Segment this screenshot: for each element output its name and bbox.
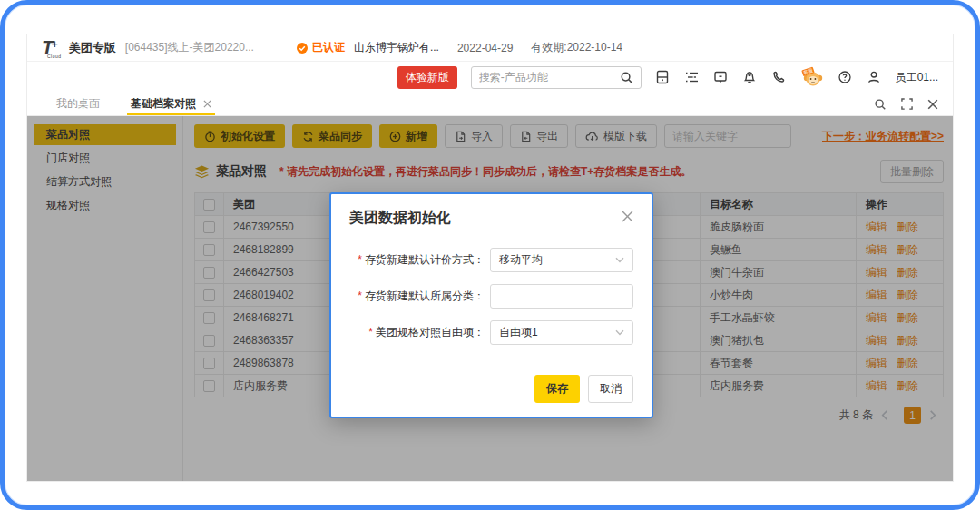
tab-search-icon[interactable] <box>874 98 887 111</box>
pricing-method-label: *存货新建默认计价方式： <box>358 252 485 268</box>
certified-badge: 已认证 <box>296 40 345 55</box>
pricing-method-value: 移动平均 <box>499 252 543 268</box>
account-code: [064435]线上-美团20220... <box>125 40 254 55</box>
free-item-label: *美团规格对照自由项： <box>368 325 485 340</box>
validity-date: 有效期:2022-10-14 <box>531 40 622 55</box>
task-list-icon[interactable] <box>684 70 700 85</box>
close-tabs-icon[interactable] <box>927 99 938 110</box>
required-asterisk: * <box>368 326 373 338</box>
tab-close-icon[interactable] <box>203 100 211 108</box>
top-bar: T+ Cloud 美团专版 [064435]线上-美团20220... 已认证 … <box>27 34 953 62</box>
dialog-title: 美团数据初始化 <box>349 209 451 228</box>
app-window: T+ Cloud 美团专版 [064435]线上-美团20220... 已认证 … <box>27 34 953 481</box>
apps-panel-icon[interactable] <box>655 70 671 85</box>
message-icon[interactable] <box>713 70 729 85</box>
cancel-button[interactable]: 取消 <box>588 375 633 403</box>
search-icon[interactable] <box>620 71 633 84</box>
help-icon[interactable] <box>838 70 853 85</box>
tab-tools <box>874 93 938 115</box>
tab-bar: 我的桌面 基础档案对照 <box>27 93 953 116</box>
meituan-init-dialog: 美团数据初始化 *存货新建默认计价方式： 移动平均 *存货新建默认所属分类： <box>329 192 653 418</box>
phone-icon[interactable] <box>771 70 787 85</box>
try-new-version-button[interactable]: 体验新版 <box>397 66 457 89</box>
default-category-label: *存货新建默认所属分类： <box>358 289 485 304</box>
notification-bell-icon[interactable] <box>742 70 758 85</box>
required-asterisk: * <box>358 253 362 266</box>
customer-service-mascot[interactable]: 客服 <box>800 66 824 88</box>
cert-date: 2022-04-29 <box>457 42 513 54</box>
certified-label: 已认证 <box>312 40 345 55</box>
save-button[interactable]: 保存 <box>534 375 580 403</box>
search-input[interactable] <box>479 71 614 83</box>
required-asterisk: * <box>358 289 362 302</box>
tab-label: 我的桌面 <box>56 96 100 112</box>
workspace-tab[interactable]: 我的桌面 <box>54 93 102 115</box>
product-search-box[interactable] <box>471 66 642 89</box>
default-category-input[interactable] <box>499 290 624 303</box>
tab-label: 基础档案对照 <box>131 96 196 112</box>
default-category-row: *存货新建默认所属分类： <box>349 284 633 309</box>
certified-seal-icon <box>296 42 309 54</box>
free-item-select[interactable]: 自由项1 <box>490 320 633 345</box>
chevron-down-icon <box>615 257 624 263</box>
default-category-field[interactable] <box>490 284 633 309</box>
header-bar: 体验新版 <box>27 62 953 93</box>
pricing-method-select[interactable]: 移动平均 <box>490 248 633 272</box>
company-name: 山东博宇锅炉有... <box>354 40 439 55</box>
product-name: 美团专版 <box>69 40 116 56</box>
free-item-value: 自由项1 <box>499 325 538 340</box>
dialog-close-icon[interactable] <box>622 211 633 222</box>
current-user-label[interactable]: 员工01... <box>896 70 938 85</box>
fullscreen-icon[interactable] <box>901 98 913 110</box>
logo-plus: + <box>52 38 58 51</box>
workspace-tab[interactable]: 基础档案对照 <box>129 93 213 115</box>
chevron-down-icon <box>615 329 624 336</box>
logo-cloud: Cloud <box>47 54 62 59</box>
tplus-logo: T+ Cloud <box>42 38 58 58</box>
pricing-method-row: *存货新建默认计价方式： 移动平均 <box>349 248 633 272</box>
user-icon[interactable] <box>867 70 882 85</box>
free-item-row: *美团规格对照自由项： 自由项1 <box>349 320 633 345</box>
